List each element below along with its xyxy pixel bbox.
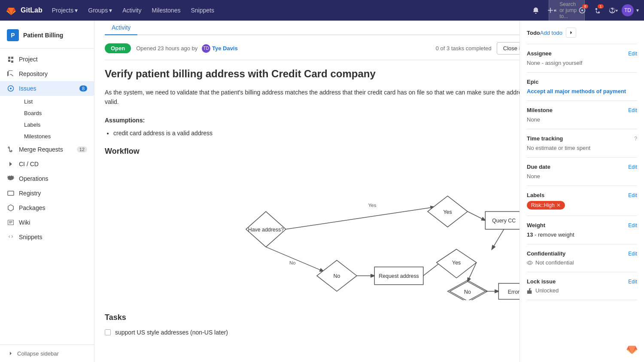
author-link[interactable]: Tye Davis bbox=[212, 45, 238, 52]
lock-issue-label: Lock issue bbox=[527, 278, 556, 285]
nav-projects[interactable]: Projects ▾ bbox=[48, 5, 82, 15]
sidebar-item-cicd[interactable]: CI / CD bbox=[0, 157, 94, 171]
sidebar-item-wiki[interactable]: Wiki bbox=[0, 215, 94, 230]
sidebar-item-project[interactable]: Project bbox=[0, 52, 94, 67]
merge-sidebar-badge: 12 bbox=[77, 146, 87, 152]
milestone-label: Milestone bbox=[527, 107, 553, 113]
issue-body: Activity Open Opened 23 hours ago by TD … bbox=[94, 21, 592, 362]
sidebar-item-merge-requests[interactable]: Merge Requests 12 bbox=[0, 142, 94, 157]
expand-todo-button[interactable] bbox=[566, 27, 576, 38]
issues-count-btn[interactable]: 8 bbox=[575, 3, 589, 17]
svg-text:Query CC: Query CC bbox=[492, 218, 516, 224]
tasks-section: Tasks support US style addresses (non-US… bbox=[105, 313, 582, 336]
sidebar-sub-issues: List Boards Labels Milestones bbox=[0, 96, 94, 142]
workflow-title: Workflow bbox=[105, 147, 582, 156]
nav-activity[interactable]: Activity bbox=[118, 5, 146, 15]
epic-section: Epic Accept all major methods of payment bbox=[527, 79, 637, 101]
svg-text:Yes: Yes bbox=[452, 260, 461, 266]
assumption-item-1: credit card address is a valid address bbox=[113, 128, 582, 138]
assignee-header: Assignee Edit bbox=[527, 50, 637, 57]
issue-header-bar: Open Opened 23 hours ago by TD Tye Davis… bbox=[105, 35, 582, 60]
weight-header: Weight Edit bbox=[527, 222, 637, 228]
time-tracking-help-icon[interactable]: ? bbox=[634, 136, 637, 142]
svg-text:Error: Error bbox=[508, 289, 520, 295]
sidebar-item-milestones[interactable]: Milestones bbox=[19, 131, 94, 142]
nav-groups[interactable]: Groups ▾ bbox=[84, 5, 116, 15]
confidentiality-header: Confidentiality Edit bbox=[527, 250, 637, 257]
label-risk-high[interactable]: Risk::High ✕ bbox=[527, 201, 565, 210]
svg-text:Request address: Request address bbox=[379, 273, 419, 279]
confidentiality-label: Confidentiality bbox=[527, 250, 565, 257]
confidentiality-value: Not confidential bbox=[535, 259, 574, 266]
assumptions-list: credit card address is a valid address bbox=[105, 128, 582, 138]
repo-icon bbox=[7, 70, 15, 78]
project-avatar: P bbox=[7, 29, 19, 41]
due-date-label: Due date bbox=[527, 164, 550, 170]
nav-snippets[interactable]: Snippets bbox=[186, 5, 218, 15]
sidebar-item-repository[interactable]: Repository bbox=[0, 67, 94, 81]
merge-count-btn[interactable]: 1 bbox=[591, 3, 605, 17]
help-btn[interactable]: ▾ bbox=[606, 3, 620, 17]
sidebar-item-packages[interactable]: Packages bbox=[0, 201, 94, 215]
svg-text:No: No bbox=[289, 260, 296, 265]
lock-issue-header: Lock issue Edit bbox=[527, 278, 637, 285]
sidebar-item-snippets[interactable]: Snippets bbox=[0, 230, 94, 244]
epic-label: Epic bbox=[527, 79, 538, 85]
author-avatar: TD bbox=[202, 44, 210, 53]
collapse-sidebar-btn[interactable]: Collapse sidebar bbox=[0, 344, 94, 362]
assignee-label: Assignee bbox=[527, 50, 552, 57]
svg-text:Yes: Yes bbox=[368, 203, 377, 208]
nav-search-btn[interactable]: Search or jump to... bbox=[560, 3, 574, 17]
due-date-edit-button[interactable]: Edit bbox=[628, 164, 637, 170]
confidentiality-section: Confidentiality Edit Not confidential bbox=[527, 250, 637, 272]
task-checkbox-1[interactable] bbox=[105, 329, 111, 335]
right-sidebar: Todo Add todo Assignee Edit None - assig… bbox=[519, 21, 644, 362]
svg-text:Yes: Yes bbox=[443, 209, 452, 215]
due-date-value: None bbox=[527, 173, 540, 179]
time-tracking-header: Time tracking ? bbox=[527, 135, 637, 142]
workflow-section: Workflow Have address? Yes Yes bbox=[105, 147, 582, 300]
tasks-title: Tasks bbox=[105, 313, 582, 322]
label-close-icon[interactable]: ✕ bbox=[556, 202, 561, 208]
issue-title: Verify patient billing address with Cred… bbox=[105, 67, 376, 80]
sidebar-item-operations[interactable]: Operations bbox=[0, 171, 94, 186]
issues-badge: 8 bbox=[582, 4, 588, 9]
milestone-edit-button[interactable]: Edit bbox=[628, 107, 637, 113]
svg-text:Have address?: Have address? bbox=[248, 227, 284, 233]
activity-tabs: Activity bbox=[105, 21, 582, 35]
sidebar-item-list[interactable]: List bbox=[19, 96, 94, 107]
labels-label: Labels bbox=[527, 192, 544, 198]
chevron-right-icon bbox=[568, 30, 574, 35]
task-label-1: support US style addresses (non-US later… bbox=[115, 329, 228, 336]
sidebar-item-boards[interactable]: Boards bbox=[19, 107, 94, 119]
assignee-edit-button[interactable]: Edit bbox=[628, 51, 637, 57]
tasks-count: 0 of 3 tasks completed bbox=[436, 45, 492, 52]
operations-icon bbox=[7, 175, 15, 183]
nav-milestones[interactable]: Milestones bbox=[148, 5, 185, 15]
svg-line-14 bbox=[492, 229, 504, 249]
add-todo-button[interactable]: Add todo bbox=[540, 30, 562, 36]
project-name: Patient Billing bbox=[23, 32, 63, 39]
sidebar-item-labels[interactable]: Labels bbox=[19, 119, 94, 131]
notification-icon-btn[interactable] bbox=[529, 3, 543, 17]
bell-icon bbox=[532, 7, 539, 14]
sidebar-item-registry[interactable]: Registry bbox=[0, 186, 94, 201]
lock-issue-edit-button[interactable]: Edit bbox=[628, 279, 637, 285]
svg-line-7 bbox=[286, 207, 434, 229]
tab-activity[interactable]: Activity bbox=[105, 21, 137, 35]
lock-issue-section: Lock issue Edit Unlocked bbox=[527, 278, 637, 300]
confidentiality-edit-button[interactable]: Edit bbox=[628, 251, 637, 257]
eye-icon bbox=[527, 260, 533, 266]
wiki-icon bbox=[7, 219, 15, 226]
top-navigation: GitLab Projects ▾ Groups ▾ Activity Mile… bbox=[0, 0, 644, 21]
gitlab-logo[interactable]: GitLab bbox=[5, 4, 43, 16]
weight-edit-button[interactable]: Edit bbox=[628, 222, 637, 228]
user-avatar[interactable]: TD bbox=[622, 4, 634, 16]
merge-badge: 1 bbox=[598, 4, 604, 9]
chevron-down-icon: ▾ bbox=[109, 7, 112, 14]
labels-header: Labels Edit bbox=[527, 192, 637, 198]
time-tracking-section: Time tracking ? No estimate or time spen… bbox=[527, 135, 637, 158]
sidebar-item-issues[interactable]: Issues 8 bbox=[0, 81, 94, 96]
time-tracking-value: No estimate or time spent bbox=[527, 145, 590, 151]
labels-edit-button[interactable]: Edit bbox=[628, 192, 637, 198]
